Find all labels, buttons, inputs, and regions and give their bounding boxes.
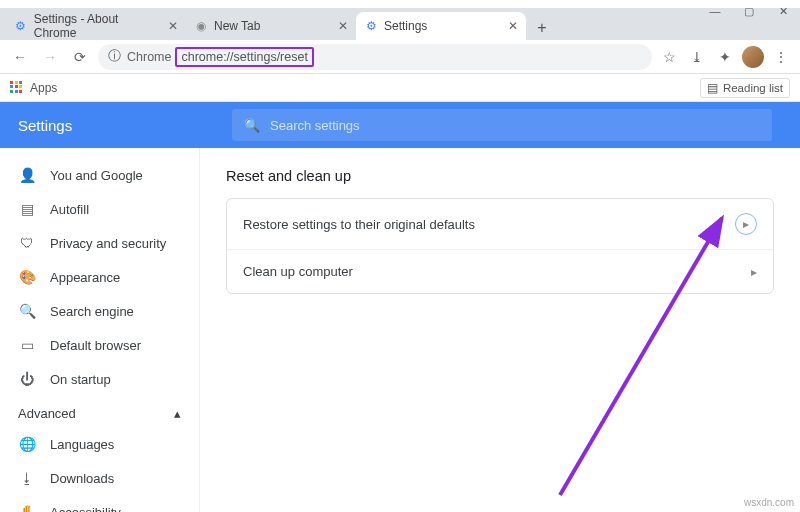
close-icon[interactable]: ✕ xyxy=(168,19,178,33)
accessibility-icon: ✋ xyxy=(18,504,36,512)
browser-icon: ▭ xyxy=(18,337,36,353)
sidebar-item-appearance[interactable]: 🎨Appearance xyxy=(0,260,199,294)
sidebar-advanced-toggle[interactable]: Advanced ▴ xyxy=(0,396,199,427)
autofill-icon: ▤ xyxy=(18,201,36,217)
sidebar-item-label: On startup xyxy=(50,372,111,387)
sidebar-item-default-browser[interactable]: ▭Default browser xyxy=(0,328,199,362)
row-label: Restore settings to their original defau… xyxy=(243,217,475,232)
sidebar-item-label: Autofill xyxy=(50,202,89,217)
window-close[interactable]: ✕ xyxy=(766,0,800,22)
advanced-label: Advanced xyxy=(18,406,76,421)
extensions-icon[interactable]: ✦ xyxy=(714,46,736,68)
palette-icon: 🎨 xyxy=(18,269,36,285)
forward-button[interactable]: → xyxy=(38,45,62,69)
page-title: Settings xyxy=(18,117,72,134)
sidebar-item-label: You and Google xyxy=(50,168,143,183)
apps-label: Apps xyxy=(30,81,57,95)
section-heading: Reset and clean up xyxy=(226,168,774,184)
tab-label: Settings - About Chrome xyxy=(34,12,162,40)
apps-shortcut[interactable]: Apps xyxy=(10,81,57,95)
chevron-up-icon: ▴ xyxy=(174,406,181,421)
reset-card: Restore settings to their original defau… xyxy=(226,198,774,294)
row-label: Clean up computer xyxy=(243,264,353,279)
address-bar[interactable]: ⓘ Chrome chrome://settings/reset xyxy=(98,44,652,70)
globe-icon: ◉ xyxy=(194,19,208,33)
close-icon[interactable]: ✕ xyxy=(508,19,518,33)
search-placeholder: Search settings xyxy=(270,118,360,133)
window-maximize[interactable]: ▢ xyxy=(732,0,766,22)
sidebar-item-label: Privacy and security xyxy=(50,236,166,251)
profile-avatar[interactable] xyxy=(742,46,764,68)
settings-header: Settings 🔍 Search settings xyxy=(0,102,800,148)
sidebar-item-downloads[interactable]: ⭳Downloads xyxy=(0,461,199,495)
close-icon[interactable]: ✕ xyxy=(338,19,348,33)
person-icon: 👤 xyxy=(18,167,36,183)
download-icon: ⭳ xyxy=(18,470,36,486)
tab-label: New Tab xyxy=(214,19,260,33)
reading-list-label: Reading list xyxy=(723,82,783,94)
sidebar-item-label: Downloads xyxy=(50,471,114,486)
watermark: wsxdn.com xyxy=(744,497,794,508)
tab-label: Settings xyxy=(384,19,427,33)
sidebar-item-label: Default browser xyxy=(50,338,141,353)
sidebar-item-label: Appearance xyxy=(50,270,120,285)
new-tab-button[interactable]: + xyxy=(530,16,554,40)
reload-button[interactable]: ⟳ xyxy=(68,45,92,69)
tab-settings[interactable]: ⚙ Settings ✕ xyxy=(356,12,526,40)
bookmark-star-icon[interactable]: ☆ xyxy=(658,46,680,68)
downloads-icon[interactable]: ⤓ xyxy=(686,46,708,68)
sidebar-item-accessibility[interactable]: ✋Accessibility xyxy=(0,495,199,512)
gear-icon: ⚙ xyxy=(14,19,28,33)
settings-main: Reset and clean up Restore settings to t… xyxy=(200,148,800,512)
search-icon: 🔍 xyxy=(18,303,36,319)
power-icon: ⏻ xyxy=(18,371,36,387)
reading-list-button[interactable]: ▤ Reading list xyxy=(700,78,790,98)
omnibox-url: chrome://settings/reset xyxy=(175,47,313,67)
window-minimize[interactable]: — xyxy=(698,0,732,22)
sidebar-item-languages[interactable]: 🌐Languages xyxy=(0,427,199,461)
site-info-icon[interactable]: ⓘ xyxy=(108,48,121,65)
sidebar-item-privacy[interactable]: 🛡Privacy and security xyxy=(0,226,199,260)
browser-toolbar: ← → ⟳ ⓘ Chrome chrome://settings/reset ☆… xyxy=(0,40,800,74)
sidebar-item-on-startup[interactable]: ⏻On startup xyxy=(0,362,199,396)
tab-strip: ⚙ Settings - About Chrome ✕ ◉ New Tab ✕ … xyxy=(0,8,800,40)
row-clean-up-computer[interactable]: Clean up computer ▸ xyxy=(227,249,773,293)
globe-icon: 🌐 xyxy=(18,436,36,452)
sidebar-item-search-engine[interactable]: 🔍Search engine xyxy=(0,294,199,328)
bookmarks-bar: Apps ▤ Reading list xyxy=(0,74,800,102)
back-button[interactable]: ← xyxy=(8,45,32,69)
tab-new-tab[interactable]: ◉ New Tab ✕ xyxy=(186,12,356,40)
search-icon: 🔍 xyxy=(244,118,260,133)
tab-about-chrome[interactable]: ⚙ Settings - About Chrome ✕ xyxy=(6,12,186,40)
omnibox-host: Chrome xyxy=(127,50,171,64)
sidebar-item-label: Search engine xyxy=(50,304,134,319)
sidebar-item-you-and-google[interactable]: 👤You and Google xyxy=(0,158,199,192)
row-restore-defaults[interactable]: Restore settings to their original defau… xyxy=(227,199,773,249)
apps-grid-icon xyxy=(10,81,24,95)
sidebar-item-label: Languages xyxy=(50,437,114,452)
sidebar-item-label: Accessibility xyxy=(50,505,121,513)
shield-icon: 🛡 xyxy=(18,235,36,251)
chevron-right-icon: ▸ xyxy=(735,213,757,235)
settings-search[interactable]: 🔍 Search settings xyxy=(232,109,772,141)
chevron-right-icon: ▸ xyxy=(751,265,757,279)
reading-list-icon: ▤ xyxy=(707,81,718,95)
gear-icon: ⚙ xyxy=(364,19,378,33)
settings-sidebar: 👤You and Google ▤Autofill 🛡Privacy and s… xyxy=(0,148,200,512)
sidebar-item-autofill[interactable]: ▤Autofill xyxy=(0,192,199,226)
menu-icon[interactable]: ⋮ xyxy=(770,46,792,68)
